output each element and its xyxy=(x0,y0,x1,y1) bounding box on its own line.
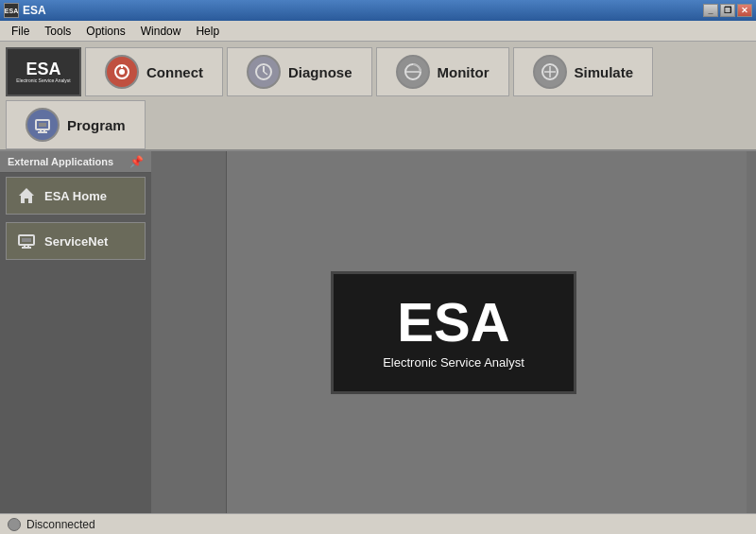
title-bar-left: ESA ESA xyxy=(4,3,46,18)
content-left-panel xyxy=(151,151,227,513)
svg-line-5 xyxy=(264,72,267,75)
sidebar-item-servicenet[interactable]: ServiceNet xyxy=(6,222,146,260)
menu-options[interactable]: Options xyxy=(78,23,132,40)
svg-point-1 xyxy=(119,69,125,75)
title-bar: ESA ESA _ ❐ ✕ xyxy=(0,0,756,21)
sidebar: External Applications 📌 ESA Home xyxy=(0,151,151,513)
svg-marker-16 xyxy=(19,188,34,203)
connect-label: Connect xyxy=(146,64,203,80)
program-label: Program xyxy=(67,117,126,133)
sidebar-pin-icon[interactable]: 📌 xyxy=(129,155,144,168)
status-bar: Disconnected xyxy=(0,513,756,534)
toolbar: ESA Electronic Service Analyst Connect D… xyxy=(0,42,756,151)
esa-logo-toolbar: ESA Electronic Service Analyst xyxy=(6,47,81,96)
simulate-icon xyxy=(533,55,567,89)
content-right-panel xyxy=(747,151,756,513)
status-icon xyxy=(8,518,21,531)
sidebar-item-esa-home[interactable]: ESA Home xyxy=(6,177,146,215)
esa-logo-text: ESA xyxy=(26,60,60,78)
status-text: Disconnected xyxy=(26,518,95,531)
monitor-label: Monitor xyxy=(438,64,490,80)
simulate-button[interactable]: Simulate xyxy=(513,47,654,96)
menu-window[interactable]: Window xyxy=(133,23,189,40)
monitor-icon xyxy=(396,55,430,89)
menu-bar: File Tools Options Window Help xyxy=(0,21,756,42)
menu-file[interactable]: File xyxy=(4,23,37,40)
diagnose-label: Diagnose xyxy=(288,64,352,80)
title-text: ESA xyxy=(23,4,46,17)
diagnose-button[interactable]: Diagnose xyxy=(227,47,372,96)
menu-help[interactable]: Help xyxy=(188,23,227,40)
svg-rect-12 xyxy=(39,123,46,127)
svg-rect-18 xyxy=(22,238,31,242)
program-icon xyxy=(26,108,60,142)
center-logo-text: ESA xyxy=(397,295,509,350)
servicenet-label: ServiceNet xyxy=(44,234,108,249)
content-area: ESA Electronic Service Analyst xyxy=(151,151,756,513)
home-icon xyxy=(16,185,37,206)
sidebar-header: External Applications 📌 xyxy=(0,151,151,173)
monitor-button[interactable]: Monitor xyxy=(376,47,509,96)
menu-tools[interactable]: Tools xyxy=(37,23,78,40)
connect-button[interactable]: Connect xyxy=(85,47,223,96)
sidebar-title: External Applications xyxy=(8,156,113,167)
center-logo-subtext: Electronic Service Analyst xyxy=(383,355,524,370)
esa-logo-subtext: Electronic Service Analyst xyxy=(16,78,71,83)
app-icon: ESA xyxy=(4,3,19,18)
esa-home-label: ESA Home xyxy=(44,189,107,203)
connect-icon xyxy=(105,55,139,89)
esa-center-logo: ESA Electronic Service Analyst xyxy=(331,271,576,394)
restore-button[interactable]: ❐ xyxy=(720,4,735,17)
close-button[interactable]: ✕ xyxy=(737,4,752,17)
simulate-label: Simulate xyxy=(575,64,634,80)
window-controls: _ ❐ ✕ xyxy=(703,4,752,17)
program-button[interactable]: Program xyxy=(6,100,146,149)
servicenet-icon xyxy=(16,231,37,251)
main-area: External Applications 📌 ESA Home xyxy=(0,151,756,513)
minimize-button[interactable]: _ xyxy=(703,4,718,17)
diagnose-icon xyxy=(247,55,281,89)
